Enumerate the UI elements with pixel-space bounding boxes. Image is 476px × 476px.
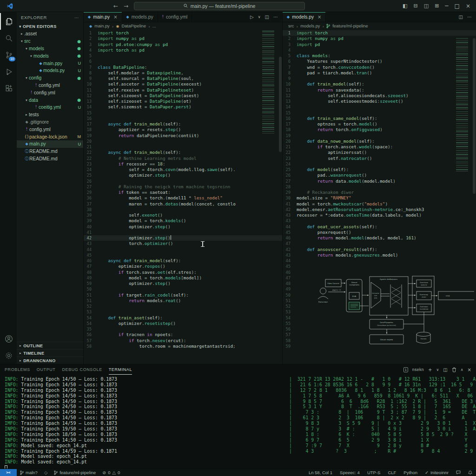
split-terminal-icon[interactable]: ◫: [443, 367, 447, 372]
nav-forward-icon[interactable]: →: [124, 3, 128, 9]
code-line[interactable]: 51 return models.reat(): [84, 298, 282, 304]
formatter-status[interactable]: ✓ Initeoinnr: [421, 470, 452, 475]
code-line[interactable]: 11 return savexdata(:: [283, 87, 476, 93]
code-line[interactable]: 45: [283, 264, 476, 269]
code-line[interactable]: 35: [84, 326, 282, 332]
tree-item-models[interactable]: ▾models●: [17, 45, 83, 53]
code-line[interactable]: 52: [84, 304, 282, 309]
minimap[interactable]: [261, 31, 278, 134]
code-line[interactable]: 11 self.rexeive = DataPipelineteset): [84, 87, 282, 93]
tree-item-models-py[interactable]: ◆models.pyU: [17, 67, 83, 74]
code-line[interactable]: 44: [84, 247, 282, 252]
window-restore-icon[interactable]: □: [455, 3, 460, 9]
search-icon[interactable]: [0, 30, 17, 46]
code-line[interactable]: 48 if torch.saves.oet(elf.stres):: [84, 270, 282, 275]
tree-item-main-ppy[interactable]: ◆main.ppyU: [17, 60, 83, 67]
code-line[interactable]: 12 self.sizeoest = DataPipeline(asest): [84, 93, 282, 99]
code-line[interactable]: 56 if tracnen in npoets:: [84, 332, 282, 337]
code-line[interactable]: 19 return dataPipelineroe(contiit): [84, 133, 282, 139]
code-line[interactable]: 24 self = 4torch.covn(model.llog.sawe(se…: [84, 167, 282, 172]
code-line[interactable]: 16: [84, 116, 282, 121]
window-close-icon[interactable]: ×: [466, 3, 470, 9]
panel-tab-problems[interactable]: PROBLEMS: [5, 364, 30, 375]
code-line[interactable]: 26 pad..waxanrequest(): [283, 172, 476, 178]
tree-item-config-yml[interactable]: !config.yml: [17, 126, 83, 133]
breadcrumb-branch[interactable]: feature/ml-pipeline: [332, 24, 368, 28]
code-line[interactable]: 3import pd: [283, 42, 476, 47]
code-line[interactable]: 19: [283, 133, 476, 139]
code-line[interactable]: 2import numpy as pd: [283, 36, 476, 41]
problems-indicator[interactable]: ⊘ 0 △ 0: [99, 469, 123, 476]
breadcrumb-symbol[interactable]: DataPipeline: [121, 24, 146, 28]
code-line[interactable]: 13 self.etiooeestmodei:szeveet(): [283, 99, 476, 104]
code-line[interactable]: 5class models:: [283, 53, 476, 59]
nav-back-icon[interactable]: ←: [113, 3, 118, 9]
toggle-panel-icon[interactable]: ⊟: [414, 3, 418, 9]
code-line[interactable]: 20: [84, 139, 282, 144]
code-line[interactable]: 49 model = torch.models[model]): [84, 275, 282, 281]
scrollbar-thumb[interactable]: [279, 57, 282, 152]
sidebar-section-dranncnano[interactable]: ▸DRANNCNANO: [17, 357, 83, 364]
kill-terminal-icon[interactable]: [452, 367, 456, 372]
code-line[interactable]: 43: [283, 218, 476, 224]
code-line[interactable]: 43recesser = *:edate.oetesTime(data.labe…: [283, 212, 476, 218]
explorer-more-actions-icon[interactable]: ⋯: [74, 15, 79, 20]
panel-tab-output[interactable]: OUTPUT: [37, 364, 56, 375]
terminal-selector[interactable]: nsekn: [412, 367, 424, 372]
code-line[interactable]: 22 # Nethine Learning metrs model: [84, 156, 282, 161]
code-line[interactable]: 39 model = torch.kodels(): [84, 218, 282, 224]
code-line[interactable]: 54 def train_aset(self):: [84, 315, 282, 321]
code-line[interactable]: 2import numpy as pd: [84, 36, 282, 41]
code-line[interactable]: 28: [283, 184, 476, 190]
code-line[interactable]: 40 optimizer.step(): [84, 224, 282, 230]
code-line[interactable]: 54 optimizer.resetistep(): [84, 321, 282, 326]
code-line[interactable]: 17 async def train_medel(self):: [84, 121, 282, 127]
tree-item-tests[interactable]: ▸tests: [17, 111, 83, 119]
code-line[interactable]: 29 if token == saetoat:: [84, 190, 282, 195]
code-line[interactable]: 27 return data.model(model.model): [283, 178, 476, 184]
breadcrumb-file[interactable]: main.py: [94, 24, 110, 28]
code-line[interactable]: 1import torch: [283, 30, 476, 36]
terminal-output[interactable]: INFO: Training Epoch 14/50 – Loss: 0.187…: [0, 375, 476, 469]
source-control-icon[interactable]: 10: [0, 46, 17, 63]
code-line[interactable]: 14: [283, 104, 476, 110]
sidebar-section-outline[interactable]: ▸OUTLINE: [17, 342, 83, 349]
code-line[interactable]: 5: [84, 53, 282, 59]
code-line[interactable]: 51 if target.rain_codel(self):: [84, 292, 282, 298]
tab-models-py[interactable]: ◆models.py: [122, 12, 158, 22]
run-python-file-icon[interactable]: ▷: [250, 14, 254, 20]
code-line[interactable]: 57 if torch.nesev(ercut):: [84, 338, 282, 344]
feedback-icon[interactable]: [452, 470, 464, 475]
code-line[interactable]: 7 wnd = torch.convccotoden(): [283, 65, 476, 70]
tree-item-src[interactable]: ▾src●: [17, 38, 83, 45]
code-line[interactable]: 8 self.modelar = Dataxpipeline,: [84, 70, 282, 76]
extensions-icon[interactable]: [0, 80, 17, 97]
code-line[interactable]: 1import torch: [84, 30, 282, 36]
code-line[interactable]: 38: [84, 207, 282, 212]
code-line[interactable]: 21 if torch.anscet.wodel(space):: [283, 144, 476, 150]
tree-item-config-yml[interactable]: !config.yml: [17, 89, 83, 96]
code-line[interactable]: 3import pd.otoe:cnumpy as pd: [84, 42, 282, 47]
code-line[interactable]: 46 async def train_model(self):: [84, 258, 282, 264]
new-terminal-icon[interactable]: +: [428, 367, 432, 372]
code-line[interactable]: 59 optimizer.step(): [84, 281, 282, 286]
code-line[interactable]: 22 aptinizerssat(): [283, 150, 476, 155]
tree-item-package-lock-json[interactable]: {}package-lock.jsonM: [17, 133, 83, 140]
code-line[interactable]: 25 def model(self):: [283, 167, 476, 172]
code-line[interactable]: 30model.size = "RAMNEY": [283, 195, 476, 201]
code-line[interactable]: 16 def train_same_nodel(self):: [283, 116, 476, 121]
code-line[interactable]: 21: [84, 144, 282, 150]
code-line[interactable]: 12 self.alioocesiondecats.szeoest): [283, 93, 476, 99]
code-line[interactable]: 29 # Reckanakom diwer: [283, 190, 476, 195]
code-line[interactable]: 45 pnoxrequest(): [283, 230, 476, 235]
panel-tab-terminal[interactable]: TERMINAL: [109, 364, 132, 375]
code-line[interactable]: 25 optimizer.step(): [84, 172, 282, 178]
code-line[interactable]: 46 return model.model(models, model, 161…: [283, 235, 476, 241]
close-tab-icon[interactable]: ×: [317, 14, 321, 20]
sidebar-section-timeline[interactable]: ▸TIMELINE: [17, 349, 83, 357]
code-line[interactable]: 36 model = torch.(model11 * less_nodel": [84, 195, 282, 201]
code-line[interactable]: 50: [84, 286, 282, 292]
tree-item-data[interactable]: ▾data●: [17, 96, 83, 104]
tree-item-config-yml[interactable]: !config.yml: [17, 82, 83, 89]
scrollbar-thumb[interactable]: [473, 38, 476, 194]
